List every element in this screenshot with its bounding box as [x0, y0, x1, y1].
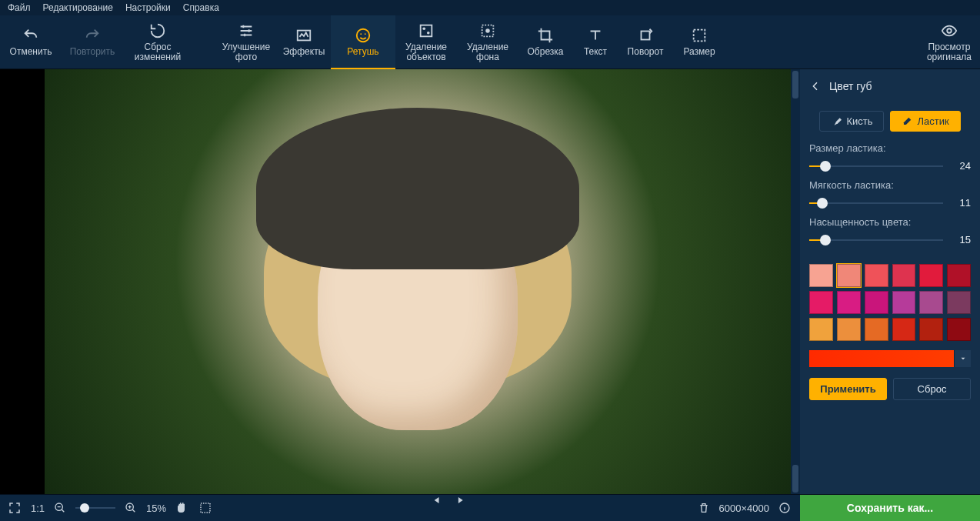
info-button[interactable]	[778, 502, 791, 514]
brush-icon	[831, 116, 842, 127]
delete-button[interactable]	[698, 502, 710, 514]
vertical-scrollbar[interactable]	[791, 69, 800, 494]
main-toolbar: Отменить Повторить Сброс изменений Улучш…	[0, 15, 980, 69]
color-swatch[interactable]	[947, 291, 971, 314]
text-icon	[587, 27, 604, 44]
fullscreen-button[interactable]	[8, 501, 22, 515]
save-as-button[interactable]: Сохранить как...	[800, 495, 980, 521]
color-swatch[interactable]	[809, 318, 833, 341]
eraser-size-track[interactable]	[809, 162, 943, 170]
text-label: Текст	[584, 47, 607, 57]
fit-screen-button[interactable]	[198, 501, 212, 515]
preview-label: Просмотр оригинала	[927, 42, 972, 62]
resize-label: Размер	[683, 47, 715, 57]
menu-settings[interactable]: Настройки	[125, 2, 171, 13]
panel-title: Цвет губ	[829, 80, 872, 92]
color-swatch[interactable]	[837, 291, 861, 314]
redo-label: Повторить	[70, 47, 115, 57]
retouch-panel: Цвет губ Кисть Ластик Размер ластика: 24…	[800, 69, 980, 494]
reset-panel-button[interactable]: Сброс	[893, 378, 971, 400]
saturation-slider: Насыщенность цвета: 15	[800, 216, 980, 253]
zoom-fit-label[interactable]: 1:1	[31, 503, 45, 514]
redo-icon	[84, 27, 101, 44]
reset-label: Сброс изменений	[135, 42, 181, 62]
color-swatch[interactable]	[947, 318, 971, 341]
retouch-button[interactable]: Ретушь	[331, 15, 395, 68]
color-swatches	[800, 253, 980, 347]
object-remove-icon	[418, 22, 435, 39]
chevron-down-icon	[959, 355, 967, 362]
image-dimensions: 6000×4000	[719, 503, 769, 514]
rotate-icon	[637, 27, 654, 44]
object-remove-button[interactable]: Удаление объектов	[395, 15, 457, 68]
rotate-label: Поворот	[628, 47, 664, 57]
color-swatch[interactable]	[865, 318, 888, 341]
svg-point-1	[357, 29, 370, 42]
eraser-softness-label: Мягкость ластика:	[809, 179, 971, 191]
saturation-track[interactable]	[809, 236, 943, 244]
color-swatch[interactable]	[809, 264, 833, 287]
saturation-label: Насыщенность цвета:	[809, 216, 971, 228]
eraser-icon	[902, 116, 912, 127]
pan-button[interactable]	[175, 501, 189, 515]
face-icon	[355, 27, 372, 44]
menu-help[interactable]: Справка	[183, 2, 219, 13]
svg-point-11	[947, 28, 952, 33]
color-dropdown-button[interactable]	[954, 350, 971, 367]
bg-remove-button[interactable]: Удаление фона	[457, 15, 518, 68]
apply-button[interactable]: Применить	[809, 378, 887, 400]
eraser-softness-track[interactable]	[809, 199, 943, 207]
eraser-size-label: Размер ластика:	[809, 142, 971, 154]
color-swatch[interactable]	[865, 264, 888, 287]
reset-button[interactable]: Сброс изменений	[123, 15, 192, 68]
color-swatch[interactable]	[865, 291, 888, 314]
color-swatch[interactable]	[919, 264, 943, 287]
photo-placeholder	[45, 69, 791, 494]
enhance-button[interactable]: Улучшение фото	[215, 15, 277, 68]
eraser-mode-button[interactable]: Ластик	[890, 111, 960, 132]
color-swatch[interactable]	[919, 318, 943, 341]
eraser-size-value: 24	[949, 160, 971, 172]
color-swatch[interactable]	[837, 264, 861, 287]
resize-button[interactable]: Размер	[672, 15, 726, 68]
svg-point-6	[427, 31, 430, 34]
back-arrow-icon[interactable]	[809, 80, 822, 92]
svg-point-8	[485, 28, 490, 33]
zoom-out-button[interactable]	[54, 502, 66, 514]
current-color-bar[interactable]	[809, 350, 954, 367]
photo-canvas[interactable]	[45, 69, 791, 494]
zoom-in-button[interactable]	[125, 502, 137, 514]
eraser-label: Ластик	[917, 115, 948, 127]
undo-button[interactable]: Отменить	[0, 15, 62, 68]
eye-icon	[941, 22, 958, 39]
color-swatch[interactable]	[919, 291, 943, 314]
canvas-area[interactable]	[0, 69, 800, 494]
undo-icon	[22, 27, 39, 44]
svg-rect-10	[694, 30, 705, 42]
preview-button[interactable]: Просмотр оригинала	[918, 15, 980, 68]
color-swatch[interactable]	[892, 291, 916, 314]
effects-label: Эффекты	[283, 47, 325, 57]
rotate-button[interactable]: Поворот	[618, 15, 672, 68]
effects-button[interactable]: Эффекты	[277, 15, 331, 68]
color-swatch[interactable]	[947, 264, 971, 287]
prev-button[interactable]	[432, 495, 443, 506]
zoom-slider[interactable]	[75, 504, 115, 512]
color-swatch[interactable]	[892, 318, 916, 341]
crop-button[interactable]: Обрезка	[518, 15, 572, 68]
bg-remove-label: Удаление фона	[467, 42, 508, 62]
svg-rect-9	[642, 32, 650, 40]
menu-file[interactable]: Файл	[8, 2, 31, 13]
menubar: Файл Редактирование Настройки Справка	[0, 0, 980, 15]
color-swatch[interactable]	[837, 318, 861, 341]
text-button[interactable]: Текст	[572, 15, 618, 68]
redo-button[interactable]: Повторить	[62, 15, 123, 68]
eraser-softness-value: 11	[949, 197, 971, 209]
next-button[interactable]	[455, 495, 466, 506]
color-swatch[interactable]	[809, 291, 833, 314]
status-bar: 1:1 15% 6000×4000 Сохранить как...	[0, 494, 980, 521]
brush-mode-button[interactable]: Кисть	[819, 111, 884, 132]
menu-edit[interactable]: Редактирование	[43, 2, 113, 13]
color-swatch[interactable]	[892, 264, 916, 287]
undo-label: Отменить	[10, 47, 52, 57]
